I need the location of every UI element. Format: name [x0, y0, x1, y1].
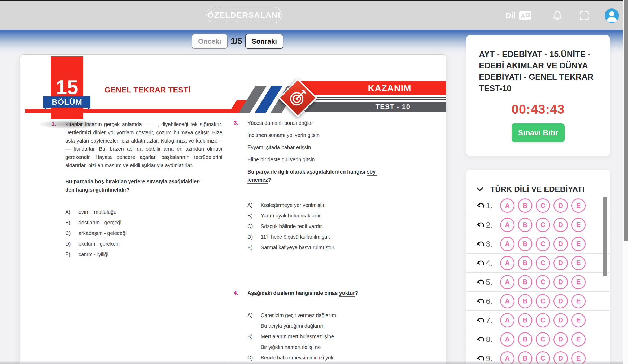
undo-answer-icon[interactable]: [476, 336, 486, 343]
choice-bubble-e[interactable]: E: [571, 198, 586, 213]
next-button[interactable]: Sonraki: [245, 34, 283, 49]
undo-answer-icon[interactable]: [476, 317, 486, 324]
banner-accent-line: [296, 97, 446, 98]
app-logo[interactable]: ÖZELDERSALANI: [206, 7, 282, 23]
answer-row-number: 3.: [486, 239, 500, 248]
user-avatar[interactable]: [605, 8, 619, 23]
choice-bubble-c[interactable]: C: [536, 275, 550, 289]
choice-bubble-e[interactable]: E: [571, 237, 586, 251]
notifications-bell-icon[interactable]: [552, 10, 563, 21]
choice-bubble-c[interactable]: C: [536, 351, 550, 364]
choice-bubble-c[interactable]: C: [536, 256, 550, 270]
choice-bubble-d[interactable]: D: [553, 256, 568, 270]
choice-bubble-c[interactable]: C: [536, 218, 550, 232]
choice-bubble-a[interactable]: A: [500, 218, 514, 232]
choice-bubble-a[interactable]: A: [500, 275, 514, 289]
choice-bubble-d[interactable]: D: [553, 198, 568, 213]
option-row: A) evim - mutluluğu: [65, 208, 222, 216]
finish-exam-button[interactable]: Sınavı Bitir: [512, 123, 565, 142]
choice-bubble-c[interactable]: C: [536, 198, 550, 213]
choice-bubble-d[interactable]: D: [553, 351, 568, 364]
choice-bubble-b[interactable]: B: [518, 332, 532, 347]
undo-answer-icon[interactable]: [476, 298, 486, 305]
language-switcher[interactable]: Dil A: [505, 10, 531, 21]
previous-button[interactable]: Önceki: [192, 34, 228, 49]
choice-bubble-e[interactable]: E: [571, 313, 586, 327]
language-label: Dil: [505, 11, 516, 20]
choice-bubble-e[interactable]: E: [571, 332, 586, 347]
chevron-down-icon[interactable]: [476, 187, 483, 192]
undo-answer-icon[interactable]: [476, 279, 486, 286]
undo-answer-icon[interactable]: [476, 260, 486, 267]
undo-answer-icon[interactable]: [476, 241, 486, 247]
option-letter: A): [247, 311, 261, 332]
choice-bubble-b[interactable]: B: [518, 218, 532, 232]
choice-bubble-a[interactable]: A: [500, 294, 514, 308]
answer-sheet-scrollbar[interactable]: [603, 197, 607, 276]
choice-bubble-b[interactable]: B: [518, 294, 532, 308]
choice-bubble-d[interactable]: D: [553, 313, 568, 327]
chapter-badge: 15 BÖLÜM: [51, 56, 83, 119]
prompt-underlined: yoktur: [339, 290, 355, 296]
answer-row: 7. A B C D E: [466, 310, 610, 330]
exam-info-card: AYT - EDEBİYAT - 15.ÜNİTE - EDEBİ AKIMLA…: [466, 35, 610, 156]
fullscreen-icon[interactable]: [579, 11, 589, 21]
option-line-1: Bende bahar mevsiminin izi yok: [261, 354, 339, 362]
option-letter: C): [247, 354, 261, 364]
option-row: B) Yarım uyak bulunmaktadır.: [247, 212, 404, 220]
choice-bubble-c[interactable]: C: [536, 332, 550, 347]
choice-bubble-b[interactable]: B: [518, 351, 532, 364]
choice-bubble-a[interactable]: A: [500, 198, 514, 213]
undo-answer-icon[interactable]: [476, 202, 486, 209]
option-row: E) canım - iyiliği: [65, 250, 222, 259]
kazanim-label: KAZANIM: [368, 83, 411, 93]
choice-bubble-d[interactable]: D: [553, 218, 568, 232]
option-text: okulum - gerekeni: [78, 240, 120, 248]
choice-bubble-d[interactable]: D: [553, 275, 568, 289]
question-number: 1.: [51, 120, 65, 261]
answer-sheet-card: TÜRK DİLİ VE EDEBİYATI 1. A B C D E: [466, 170, 610, 364]
choice-bubble-e[interactable]: E: [571, 218, 586, 232]
option-row: C) Sözcük hâlinde redif vardır.: [247, 222, 404, 230]
choice-bubble-a[interactable]: A: [500, 256, 514, 270]
undo-answer-icon[interactable]: [476, 355, 486, 362]
top-bar-actions: Dil A: [505, 1, 619, 30]
choice-bubble-a[interactable]: A: [500, 332, 514, 347]
option-letter: C): [247, 222, 261, 230]
choice-bubble-c[interactable]: C: [536, 313, 550, 327]
option-list: A) Çaresizim geçit vermez dağlarım Bu ac…: [247, 311, 404, 364]
page-position: 1/5: [231, 37, 242, 46]
choice-bubble-d[interactable]: D: [553, 332, 568, 347]
choice-bubble-c[interactable]: C: [536, 294, 550, 308]
choice-bubble-b[interactable]: B: [518, 275, 532, 289]
choice-bubble-e[interactable]: E: [571, 294, 586, 308]
page-scrollbar-thumb[interactable]: [624, 0, 628, 241]
question-1: 1. Kitaplar insanın gerçek anlamda – – –…: [51, 120, 223, 261]
choice-bubbles: A B C D E: [500, 218, 586, 232]
choice-bubble-c[interactable]: C: [536, 237, 550, 251]
option-letter: A): [247, 201, 261, 209]
translate-icon: A: [519, 10, 531, 21]
choice-bubble-a[interactable]: A: [500, 237, 514, 251]
question-4: 4. Aşağıdaki dizelerin hangisinde cinas …: [234, 289, 405, 364]
choice-bubble-e[interactable]: E: [571, 256, 586, 270]
choice-bubble-e[interactable]: E: [571, 351, 586, 364]
option-text: canım - iyiliği: [78, 250, 108, 259]
choice-bubble-a[interactable]: A: [500, 313, 514, 327]
prompt-suffix: ?: [268, 177, 271, 183]
undo-answer-icon[interactable]: [476, 221, 486, 228]
choice-bubble-b[interactable]: B: [518, 256, 532, 270]
choice-bubble-b[interactable]: B: [518, 198, 532, 213]
choice-bubble-b[interactable]: B: [518, 313, 532, 327]
option-letter: D): [65, 240, 78, 248]
answer-sheet-header: TÜRK DİLİ VE EDEBİYATI: [466, 170, 610, 196]
choice-bubble-d[interactable]: D: [553, 237, 568, 251]
choice-bubble-e[interactable]: E: [571, 275, 586, 289]
answer-row-number: 2.: [486, 220, 500, 229]
choice-bubble-a[interactable]: A: [500, 351, 514, 364]
question-pager: Önceki 1/5 Sonraki: [192, 34, 283, 49]
choice-bubble-b[interactable]: B: [518, 237, 532, 251]
page-scrollbar[interactable]: [623, 0, 628, 364]
choice-bubble-d[interactable]: D: [553, 294, 568, 308]
option-lines: Bende bahar mevsiminin izi yok Sende vef…: [261, 354, 339, 364]
